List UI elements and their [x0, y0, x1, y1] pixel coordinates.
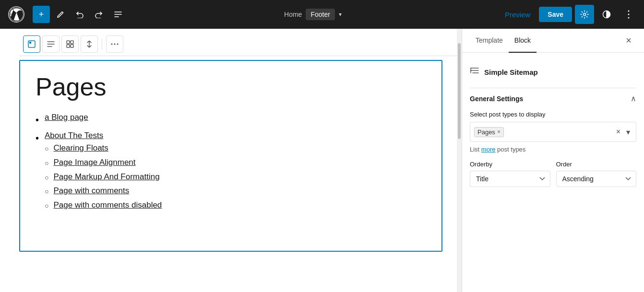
list-item: Clearing Floats: [45, 143, 162, 155]
clearing-floats-link[interactable]: Clearing Floats: [53, 143, 108, 153]
contrast-button[interactable]: [597, 5, 616, 24]
page-image-alignment-link[interactable]: Page Image Alignment: [53, 158, 135, 167]
svg-point-7: [628, 14, 630, 15]
general-settings-section: General Settings ∧ Select post types to …: [470, 88, 636, 187]
breadcrumb: Home Footer ▾: [284, 9, 342, 20]
list-view-toggle[interactable]: [42, 35, 60, 53]
orderby-label: Orderby: [470, 161, 550, 168]
top-toolbar: + Home Footer ▾ Preview Save: [0, 0, 644, 29]
list-item: a Blog page: [36, 113, 426, 127]
list-item: Page Markup And Formatting: [45, 172, 162, 184]
svg-rect-10: [29, 42, 31, 44]
post-type-tag-label: Pages: [477, 128, 495, 136]
orderby-row: Orderby Title Date Author Menu Order Ord…: [470, 161, 636, 187]
editor-area: Pages a Blog page About The Tests Cleari…: [0, 29, 462, 292]
selector-actions: × ▾: [614, 127, 632, 138]
order-label: Order: [556, 161, 637, 168]
svg-point-6: [628, 11, 630, 12]
sitemap-block[interactable]: Pages a Blog page About The Tests Cleari…: [19, 60, 442, 252]
general-settings-header[interactable]: General Settings ∧: [470, 94, 636, 103]
preview-button[interactable]: Preview: [499, 8, 536, 22]
breadcrumb-current[interactable]: Footer: [306, 9, 334, 20]
block-select-button[interactable]: [23, 35, 40, 53]
close-sidebar-button[interactable]: ×: [621, 33, 636, 48]
page-with-comments-link[interactable]: Page with comments: [53, 186, 129, 196]
svg-point-18: [111, 44, 113, 45]
post-types-label: Select post types to display: [470, 111, 636, 118]
sidebar-content: Simple Sitemap General Settings ∧ Select…: [462, 53, 644, 292]
more-block-options[interactable]: [106, 35, 123, 53]
expand-post-types-button[interactable]: ▾: [624, 127, 632, 138]
more-types-before: List: [470, 146, 481, 153]
remove-post-type-button[interactable]: ×: [497, 128, 501, 135]
general-settings-title: General Settings: [470, 95, 523, 103]
scrollbar[interactable]: [457, 29, 462, 292]
settings-button[interactable]: [575, 5, 594, 24]
more-types-link[interactable]: more: [481, 146, 496, 153]
order-group: Order Ascending Descending: [556, 161, 637, 187]
block-type-header: Simple Sitemap: [470, 60, 636, 84]
sub-list: Clearing Floats Page Image Alignment Pag…: [45, 143, 162, 212]
clear-post-types-button[interactable]: ×: [614, 127, 622, 137]
editor-scroll[interactable]: Pages a Blog page About The Tests Cleari…: [0, 56, 462, 292]
tab-template[interactable]: Template: [470, 29, 509, 53]
orderby-group: Orderby Title Date Author Menu Order: [470, 161, 550, 187]
svg-rect-17: [71, 45, 73, 47]
list-item: Page Image Alignment: [45, 158, 162, 169]
post-type-tag: Pages ×: [474, 127, 504, 137]
list-item: Page with comments disabled: [45, 200, 162, 212]
orderby-select[interactable]: Title Date Author Menu Order: [470, 171, 550, 187]
sidebar-header: Template Block ×: [462, 29, 644, 53]
undo-button[interactable]: [71, 6, 88, 23]
svg-rect-15: [71, 41, 73, 44]
pages-list: a Blog page About The Tests Clearing Flo…: [36, 113, 426, 215]
block-type-label: Simple Sitemap: [484, 68, 538, 76]
chevron-down-icon[interactable]: ▾: [339, 11, 342, 18]
list-item: About The Tests Clearing Floats Page Ima…: [36, 131, 426, 215]
collapse-icon[interactable]: ∧: [631, 94, 636, 103]
toolbar-right: Preview Save: [499, 5, 638, 24]
svg-point-20: [117, 44, 119, 45]
order-select[interactable]: Ascending Descending: [556, 171, 637, 187]
redo-button[interactable]: [90, 6, 107, 23]
toolbar-separator: [102, 38, 102, 50]
page-comments-disabled-link[interactable]: Page with comments disabled: [53, 200, 162, 210]
scroll-thumb: [458, 43, 461, 139]
list-item: Page with comments: [45, 186, 162, 198]
move-up-down-button[interactable]: [81, 35, 98, 53]
list-view-button[interactable]: [109, 6, 127, 23]
post-type-selector[interactable]: Pages × × ▾: [470, 122, 636, 142]
block-toolbar: [19, 33, 462, 56]
wp-logo[interactable]: [6, 0, 27, 29]
add-block-button[interactable]: +: [33, 6, 50, 23]
more-options-button[interactable]: [619, 5, 638, 24]
svg-point-19: [114, 44, 116, 45]
edit-button[interactable]: [52, 6, 69, 23]
main-area: Pages a Blog page About The Tests Cleari…: [0, 29, 644, 292]
grid-view-toggle[interactable]: [61, 35, 79, 53]
svg-rect-14: [67, 41, 70, 44]
save-button[interactable]: Save: [539, 7, 572, 22]
svg-point-4: [584, 13, 586, 16]
svg-rect-16: [67, 45, 70, 47]
more-types-text: List more post types: [470, 146, 636, 153]
blog-page-link[interactable]: a Blog page: [45, 113, 88, 122]
page-markup-link[interactable]: Page Markup And Formatting: [53, 172, 159, 182]
more-types-after: post types: [495, 146, 525, 153]
about-tests-link[interactable]: About The Tests: [45, 131, 103, 140]
tab-block[interactable]: Block: [509, 29, 537, 53]
sitemap-icon: [470, 66, 479, 78]
sidebar: Template Block × Simple Sitemap: [462, 29, 644, 292]
breadcrumb-home[interactable]: Home: [284, 11, 302, 18]
svg-point-8: [628, 17, 630, 19]
pages-title: Pages: [36, 72, 426, 101]
